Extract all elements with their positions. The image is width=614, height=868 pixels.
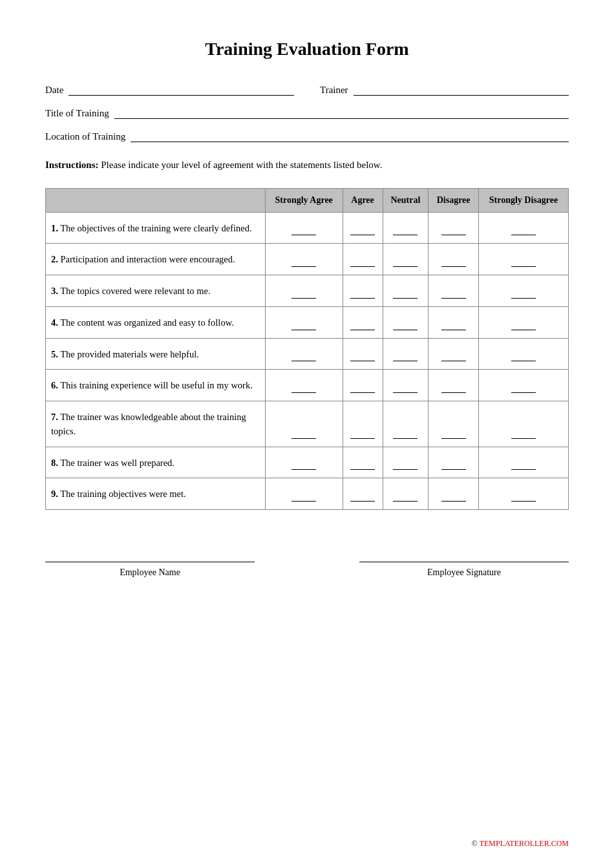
answer-cell-neutral[interactable] xyxy=(383,447,429,478)
employee-name-line[interactable] xyxy=(45,562,255,562)
table-row: 8. The trainer was well prepared. xyxy=(46,447,569,478)
answer-line-disagree xyxy=(441,458,466,470)
answer-cell-neutral[interactable] xyxy=(383,401,429,447)
answer-line-strongly-disagree xyxy=(511,224,536,235)
answer-cell-strongly-agree[interactable] xyxy=(265,244,343,275)
answer-line-strongly-agree xyxy=(291,319,316,330)
answer-cell-strongly-agree[interactable] xyxy=(265,401,343,447)
answer-cell-strongly-agree[interactable] xyxy=(265,212,343,244)
instructions-text: Please indicate your level of agreement … xyxy=(99,160,383,170)
answer-cell-disagree[interactable] xyxy=(429,306,479,338)
answer-cell-strongly-agree[interactable] xyxy=(265,275,343,307)
answer-cell-disagree[interactable] xyxy=(429,244,479,275)
answer-line-agree xyxy=(350,458,375,470)
location-label: Location of Training xyxy=(45,131,125,142)
answer-cell-strongly-disagree[interactable] xyxy=(478,447,568,478)
instructions-bold: Instructions: xyxy=(45,160,99,170)
answer-line-neutral xyxy=(393,490,418,502)
date-label: Date xyxy=(45,85,63,96)
answer-cell-agree[interactable] xyxy=(343,212,383,244)
answer-cell-strongly-agree[interactable] xyxy=(265,370,343,401)
answer-cell-disagree[interactable] xyxy=(429,478,479,510)
title-of-training-label: Title of Training xyxy=(45,108,109,119)
col-header-disagree: Disagree xyxy=(429,188,479,212)
answer-cell-strongly-agree[interactable] xyxy=(265,478,343,510)
answer-line-agree xyxy=(350,224,375,235)
evaluation-table: Strongly Agree Agree Neutral Disagree St… xyxy=(45,188,569,511)
table-header-row: Strongly Agree Agree Neutral Disagree St… xyxy=(46,188,569,212)
answer-line-agree xyxy=(350,350,375,361)
title-of-training-row: Title of Training xyxy=(45,106,569,119)
answer-cell-agree[interactable] xyxy=(343,275,383,307)
footer: © TEMPLATEROLLER.COM xyxy=(472,839,569,849)
answer-line-strongly-agree xyxy=(291,458,316,470)
answer-line-strongly-agree xyxy=(291,224,316,235)
answer-cell-neutral[interactable] xyxy=(383,478,429,510)
answer-cell-agree[interactable] xyxy=(343,306,383,338)
answer-line-disagree xyxy=(441,255,466,267)
col-header-strongly-agree: Strongly Agree xyxy=(265,188,343,212)
location-line[interactable] xyxy=(131,129,569,142)
answer-cell-disagree[interactable] xyxy=(429,447,479,478)
answer-cell-neutral[interactable] xyxy=(383,212,429,244)
answer-cell-neutral[interactable] xyxy=(383,244,429,275)
answer-cell-strongly-agree[interactable] xyxy=(265,338,343,370)
answer-line-neutral xyxy=(393,381,418,393)
answer-cell-disagree[interactable] xyxy=(429,401,479,447)
answer-cell-strongly-agree[interactable] xyxy=(265,306,343,338)
answer-cell-disagree[interactable] xyxy=(429,212,479,244)
answer-line-neutral xyxy=(393,255,418,267)
col-header-neutral: Neutral xyxy=(383,188,429,212)
answer-line-strongly-disagree xyxy=(511,490,536,502)
answer-cell-strongly-disagree[interactable] xyxy=(478,370,568,401)
answer-cell-strongly-disagree[interactable] xyxy=(478,306,568,338)
answer-line-strongly-disagree xyxy=(511,350,536,361)
answer-cell-strongly-disagree[interactable] xyxy=(478,275,568,307)
employee-signature-line[interactable] xyxy=(359,562,569,562)
answer-line-strongly-disagree xyxy=(511,319,536,330)
answer-cell-agree[interactable] xyxy=(343,370,383,401)
title-of-training-line[interactable] xyxy=(114,106,569,119)
footer-link[interactable]: TEMPLATEROLLER.COM xyxy=(480,839,569,848)
table-row: 7. The trainer was knowledgeable about t… xyxy=(46,401,569,447)
answer-cell-strongly-disagree[interactable] xyxy=(478,244,568,275)
date-field-item: Date xyxy=(45,83,294,96)
employee-name-signature: Employee Name xyxy=(45,562,255,578)
answer-cell-disagree[interactable] xyxy=(429,370,479,401)
date-trainer-row: Date Trainer xyxy=(45,83,569,96)
answer-cell-strongly-agree[interactable] xyxy=(265,447,343,478)
answer-cell-strongly-disagree[interactable] xyxy=(478,338,568,370)
trainer-line[interactable] xyxy=(354,83,569,96)
table-row: 6. This training experience will be usef… xyxy=(46,370,569,401)
answer-line-strongly-agree xyxy=(291,287,316,299)
answer-line-disagree xyxy=(441,427,466,439)
answer-cell-strongly-disagree[interactable] xyxy=(478,212,568,244)
footer-copyright: © xyxy=(472,839,480,848)
col-header-statement xyxy=(46,188,266,212)
trainer-label: Trainer xyxy=(320,85,348,96)
table-row: 9. The training objectives were met. xyxy=(46,478,569,510)
answer-cell-disagree[interactable] xyxy=(429,275,479,307)
answer-cell-strongly-disagree[interactable] xyxy=(478,478,568,510)
answer-cell-neutral[interactable] xyxy=(383,338,429,370)
answer-cell-agree[interactable] xyxy=(343,447,383,478)
answer-cell-agree[interactable] xyxy=(343,338,383,370)
table-row: 5. The provided materials were helpful. xyxy=(46,338,569,370)
answer-line-disagree xyxy=(441,224,466,235)
answer-cell-neutral[interactable] xyxy=(383,370,429,401)
answer-line-agree xyxy=(350,490,375,502)
answer-cell-strongly-disagree[interactable] xyxy=(478,401,568,447)
answer-line-strongly-agree xyxy=(291,255,316,267)
date-line[interactable] xyxy=(69,83,294,96)
answer-cell-agree[interactable] xyxy=(343,478,383,510)
answer-cell-neutral[interactable] xyxy=(383,275,429,307)
table-row: 1. The objectives of the training were c… xyxy=(46,212,569,244)
employee-signature-label: Employee Signature xyxy=(427,567,501,578)
answer-line-strongly-disagree xyxy=(511,458,536,470)
answer-cell-agree[interactable] xyxy=(343,244,383,275)
answer-cell-disagree[interactable] xyxy=(429,338,479,370)
answer-cell-agree[interactable] xyxy=(343,401,383,447)
answer-line-neutral xyxy=(393,319,418,330)
employee-signature-item: Employee Signature xyxy=(359,562,569,578)
answer-cell-neutral[interactable] xyxy=(383,306,429,338)
